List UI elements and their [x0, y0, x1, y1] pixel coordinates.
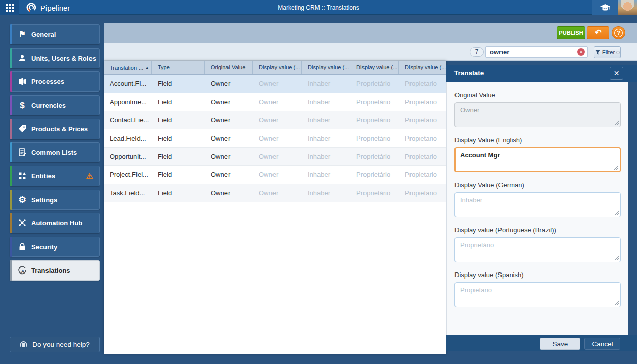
graduation-cap-icon — [600, 4, 611, 12]
filter-button[interactable]: Filter — [594, 46, 621, 58]
german-value-textarea[interactable]: Inhaber — [454, 192, 621, 217]
filter-label: Filter — [602, 49, 615, 55]
original-value-textarea: Owner — [454, 102, 621, 127]
accent-bar — [10, 142, 12, 162]
translations-globe-icon: A — [16, 266, 28, 275]
spanish-value-textarea[interactable]: Propietario — [454, 282, 621, 307]
sidebar-item-translations[interactable]: A Translations — [10, 260, 100, 281]
sidebar-item-products-prices[interactable]: Products & Prices — [10, 119, 100, 139]
close-icon: ✕ — [614, 69, 620, 77]
accent-bar — [10, 213, 12, 233]
translations-table: Translation ...▲ Type Original Value Dis… — [104, 61, 446, 354]
table-row[interactable]: Lead.Field... Field Owner Owner Inhaber … — [104, 129, 446, 148]
accent-bar — [10, 48, 12, 68]
english-value-textarea[interactable]: Account Mgr — [454, 147, 621, 172]
translate-form: Original Value Owner Display Value (Engl… — [446, 82, 628, 335]
sidebar-item-automation-hub[interactable]: Automation Hub — [10, 213, 100, 233]
column-translation[interactable]: Translation ...▲ — [104, 61, 152, 74]
network-icon — [16, 219, 28, 227]
accent-bar — [10, 71, 12, 92]
brand-label: Pipeliner — [40, 4, 70, 12]
user-avatar[interactable] — [618, 0, 637, 15]
column-display-german[interactable]: Display value (... — [302, 61, 350, 74]
topbar: Pipeliner Marketing CRM :: Translations — [0, 0, 637, 15]
dollar-icon: $ — [16, 101, 28, 110]
accent-bar — [10, 24, 12, 44]
page-title: Marketing CRM :: Translations — [0, 0, 637, 15]
toolbar: PUBLISH ↶ ? — [104, 23, 637, 43]
accent-bar — [10, 190, 12, 210]
accent-bar — [10, 260, 12, 281]
sort-asc-icon: ▲ — [145, 66, 149, 69]
accent-bar — [10, 166, 12, 186]
table-row[interactable]: Appointme... Field Owner Owner Inhaber P… — [104, 93, 446, 111]
cancel-button[interactable]: Cancel — [584, 338, 620, 350]
panel-title: Translate — [454, 65, 484, 82]
flag-icon: ⚑ — [16, 30, 28, 38]
table-row[interactable]: Task.Field... Field Owner Owner Inhaber … — [104, 184, 446, 202]
sidebar-item-currencies[interactable]: $ Currencies — [10, 95, 100, 115]
search-value: owner — [490, 47, 509, 57]
table-row[interactable]: Account.Fi... Field Owner Owner Inhaber … — [104, 75, 446, 93]
user-icon — [16, 54, 28, 62]
result-count-badge: 7 — [470, 47, 484, 57]
clear-search-icon[interactable]: ✕ — [577, 48, 585, 56]
original-value-label: Original Value — [454, 91, 620, 99]
headset-icon — [19, 341, 28, 348]
search-bar: 7 owner ✕ Filter — [104, 43, 637, 61]
question-icon: ? — [614, 29, 623, 37]
search-input[interactable]: owner ✕ — [485, 46, 588, 58]
column-display-english[interactable]: Display value (... — [253, 61, 302, 74]
table-row[interactable]: Project.Fiel... Field Owner Owner Inhabe… — [104, 166, 446, 184]
english-value-label: Display Value (English) — [454, 136, 620, 144]
table-header-row: Translation ...▲ Type Original Value Dis… — [104, 61, 446, 75]
sidebar-item-entities[interactable]: Entities ⚠ — [10, 166, 100, 186]
list-document-icon — [16, 148, 28, 156]
german-value-label: Display Value (German) — [454, 181, 620, 189]
need-help-label: Do you need help? — [32, 341, 89, 348]
accent-bar — [10, 95, 12, 115]
shapes-icon — [16, 172, 28, 180]
pipeliner-admin-window: Pipeliner Marketing CRM :: Translations … — [0, 0, 637, 364]
accent-bar — [10, 119, 12, 139]
table-row[interactable]: Contact.Fie... Field Owner Owner Inhaber… — [104, 111, 446, 129]
translate-panel-footer: Save Cancel — [446, 335, 637, 351]
sidebar-item-common-lists[interactable]: Common Lists — [10, 142, 100, 162]
lock-icon — [16, 243, 28, 251]
column-type[interactable]: Type — [152, 61, 205, 74]
column-original-value[interactable]: Original Value — [205, 61, 253, 74]
translate-panel: Translate ✕ Original Value Owner Display… — [446, 65, 637, 364]
column-display-spanish[interactable]: Display value (... — [399, 61, 446, 74]
svg-text:A: A — [21, 269, 25, 274]
portuguese-value-label: Display value (Portuguese (Brazil)) — [454, 226, 620, 234]
filter-state-dot — [616, 51, 620, 54]
sidebar-item-general[interactable]: ⚑ General — [10, 24, 100, 44]
sidebar-item-units-users-roles[interactable]: Units, Users & Roles — [10, 48, 100, 68]
process-stages-icon — [16, 78, 28, 85]
undo-arrow-icon: ↶ — [595, 28, 601, 37]
accent-bar — [10, 237, 12, 257]
sidebar-item-security[interactable]: Security — [10, 237, 100, 257]
help-round-button[interactable]: ? — [612, 26, 625, 39]
pipeliner-logo[interactable]: Pipeliner — [26, 0, 70, 15]
app-grid-button[interactable] — [0, 0, 19, 15]
publish-button[interactable]: PUBLISH — [557, 26, 585, 39]
gear-icon: ⚙ — [16, 195, 28, 204]
price-tag-icon — [16, 125, 28, 133]
sidebar-item-processes[interactable]: Processes — [10, 71, 100, 92]
education-button[interactable] — [592, 0, 618, 15]
funnel-icon — [595, 49, 601, 55]
warning-icon: ⚠ — [86, 172, 93, 180]
spanish-value-label: Display value (Spanish) — [454, 271, 620, 279]
need-help-button[interactable]: Do you need help? — [10, 337, 100, 352]
pipeliner-logo-icon — [26, 3, 37, 13]
save-button[interactable]: Save — [540, 338, 580, 350]
table-row[interactable]: Opportunit... Field Owner Owner Inhaber … — [104, 148, 446, 166]
translate-panel-header: Translate ✕ — [446, 65, 637, 82]
undo-button[interactable]: ↶ — [587, 26, 609, 39]
sidebar-item-settings[interactable]: ⚙ Settings — [10, 190, 100, 210]
close-button[interactable]: ✕ — [610, 67, 623, 80]
app-grid-icon — [6, 4, 14, 12]
portuguese-value-textarea[interactable]: Proprietário — [454, 237, 621, 262]
column-display-portuguese[interactable]: Display value (... — [350, 61, 399, 74]
